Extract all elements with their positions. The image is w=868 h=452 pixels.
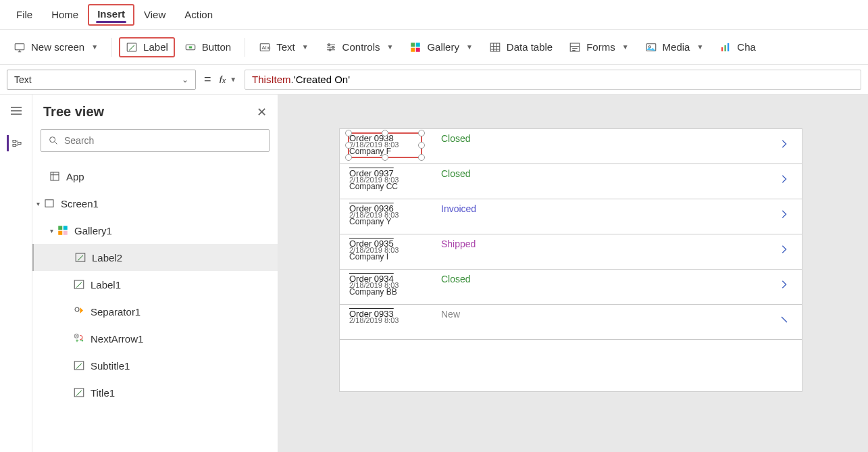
new-screen-icon — [14, 41, 26, 53]
chevron-right-icon[interactable] — [779, 279, 790, 292]
svg-rect-32 — [74, 388, 84, 397]
chevron-down-icon: ▼ — [302, 43, 309, 51]
text-button-label: Text — [276, 41, 295, 53]
svg-rect-22 — [45, 200, 53, 207]
svg-rect-31 — [74, 361, 84, 370]
svg-rect-9 — [411, 43, 415, 47]
tree-view-icon[interactable] — [7, 135, 23, 151]
gallery-row[interactable]: Order 09332/18/2019 8:03New — [340, 305, 802, 340]
controls-button-label: Controls — [342, 41, 380, 53]
menu-view[interactable]: View — [134, 5, 175, 24]
tree-label: Subtitle1 — [91, 360, 130, 372]
gallery-row[interactable]: Order 09352/18/2019 8:03Company IShipped — [340, 234, 802, 270]
row-status: Closed — [441, 133, 471, 144]
chevron-right-icon[interactable] — [779, 314, 790, 327]
svg-rect-11 — [411, 47, 415, 51]
tree-node-separator1[interactable]: Separator1 — [32, 298, 278, 325]
tree-node-screen1[interactable]: ▾Screen1 — [32, 190, 278, 217]
new-screen-button[interactable]: New screen ▼ — [7, 37, 105, 57]
data-table-button[interactable]: Data table — [482, 37, 559, 57]
tree-title: Tree view — [43, 104, 104, 120]
svg-rect-0 — [15, 43, 24, 49]
canvas[interactable]: Order 09382/18/2019 8:03Company FClosedO… — [278, 95, 868, 452]
app-preview[interactable]: Order 09382/18/2019 8:03Company FClosedO… — [339, 128, 802, 392]
controls-button[interactable]: Controls ▼ — [318, 37, 401, 57]
label-icon — [126, 41, 138, 53]
charts-button[interactable]: Cha — [713, 37, 756, 57]
chevron-right-icon[interactable] — [779, 209, 790, 222]
media-button-label: Media — [663, 41, 690, 53]
gallery-row[interactable]: Order 09342/18/2019 8:03Company BBClosed — [340, 270, 802, 305]
media-icon — [645, 41, 657, 53]
tree-node-subtitle1[interactable]: Subtitle1 — [32, 352, 278, 379]
search-input[interactable] — [64, 135, 262, 146]
data-table-icon — [489, 41, 501, 53]
svg-rect-10 — [416, 43, 420, 47]
menu-file[interactable]: File — [7, 5, 42, 24]
hamburger-icon[interactable] — [8, 103, 24, 119]
gallery-row[interactable]: Order 09372/18/2019 8:03Company CCClosed — [340, 164, 802, 199]
text-icon: Abc — [259, 41, 271, 53]
chevron-down-icon: ▼ — [622, 43, 629, 51]
charts-icon — [719, 41, 732, 53]
tree-node-nextarrow1[interactable]: NextArrow1 — [32, 325, 278, 352]
left-rail — [0, 95, 32, 452]
svg-rect-3 — [189, 46, 193, 48]
svg-point-29 — [75, 307, 79, 311]
svg-rect-17 — [721, 47, 723, 51]
close-icon[interactable]: ✕ — [257, 105, 267, 120]
svg-text:Abc: Abc — [262, 45, 271, 51]
menu-insert[interactable]: Insert — [88, 4, 134, 26]
new-screen-label: New screen — [31, 41, 84, 53]
tree-label: Separator1 — [91, 306, 141, 318]
charts-button-label: Cha — [737, 41, 756, 53]
gallery-row[interactable]: Order 09362/18/2019 8:03Company YInvoice… — [340, 199, 802, 234]
tree-node-label1[interactable]: Label1 — [32, 271, 278, 298]
tree-node-gallery1[interactable]: ▾Gallery1 — [32, 217, 278, 244]
gallery-control[interactable]: Order 09382/18/2019 8:03Company FClosedO… — [340, 129, 802, 340]
svg-point-20 — [50, 137, 55, 143]
svg-rect-23 — [58, 226, 62, 230]
row-status: Closed — [441, 274, 471, 284]
label-button[interactable]: Label — [119, 37, 175, 57]
tree-panel: Tree view ✕ App ▾Screen1 ▾Gallery1 Label… — [32, 95, 278, 452]
chevron-down-icon: ▼ — [91, 43, 98, 51]
svg-rect-27 — [76, 253, 85, 261]
svg-rect-1 — [127, 43, 136, 51]
property-selector[interactable]: Text ⌄ — [7, 70, 196, 90]
row-company: Company F — [349, 147, 430, 155]
gallery-button[interactable]: Gallery ▼ — [403, 37, 479, 57]
menu-action[interactable]: Action — [175, 5, 222, 24]
chevron-right-icon[interactable] — [779, 244, 790, 257]
fx-button[interactable]: fx ▼ — [220, 74, 237, 85]
menu-home[interactable]: Home — [42, 5, 88, 24]
formula-input[interactable]: ThisItem.'Created On' — [245, 70, 861, 90]
gallery-button-label: Gallery — [427, 41, 459, 53]
svg-rect-25 — [58, 231, 62, 235]
tree-header: Tree view ✕ — [32, 95, 278, 125]
formula-token-thisitem: ThisItem — [252, 74, 291, 85]
row-status: New — [441, 309, 460, 320]
button-icon — [184, 41, 197, 53]
tree-node-label2[interactable]: Label2 — [32, 244, 278, 271]
menu-bar: File Home Insert View Action — [0, 0, 868, 30]
tree-node-title1[interactable]: Title1 — [32, 379, 278, 406]
tree-label: App — [66, 171, 84, 182]
controls-icon — [325, 41, 337, 53]
gallery-row[interactable]: Order 09382/18/2019 8:03Company FClosed — [340, 129, 802, 164]
svg-rect-13 — [490, 43, 500, 51]
button-button[interactable]: Button — [178, 37, 238, 57]
text-button[interactable]: Abc Text ▼ — [252, 37, 315, 57]
main-area: Tree view ✕ App ▾Screen1 ▾Gallery1 Label… — [0, 95, 868, 452]
media-button[interactable]: Media ▼ — [638, 37, 711, 57]
chevron-right-icon[interactable] — [779, 174, 790, 186]
svg-rect-26 — [63, 231, 68, 235]
tree-node-app[interactable]: App — [32, 163, 278, 190]
tree: App ▾Screen1 ▾Gallery1 Label2 Label1 Sep… — [32, 160, 278, 409]
button-button-label: Button — [202, 41, 231, 53]
forms-button[interactable]: Forms ▼ — [562, 37, 635, 57]
chevron-down-icon: ▼ — [696, 43, 703, 51]
search-box[interactable] — [41, 129, 270, 152]
row-status: Shipped — [441, 238, 476, 249]
chevron-right-icon[interactable] — [779, 139, 790, 151]
